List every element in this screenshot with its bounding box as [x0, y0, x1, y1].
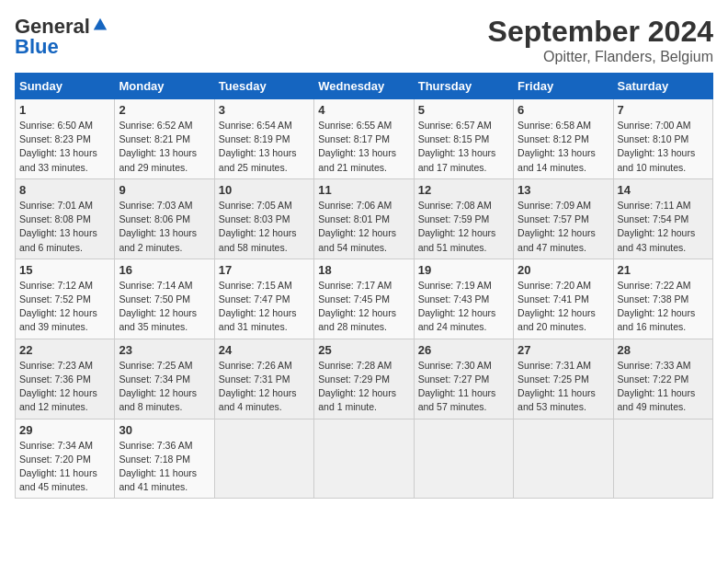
day-number: 9 [119, 183, 210, 197]
empty-cell [414, 419, 513, 499]
calendar-day-cell: 20Sunrise: 7:20 AMSunset: 7:41 PMDayligh… [514, 259, 613, 339]
calendar-day-cell: 22Sunrise: 7:23 AMSunset: 7:36 PMDayligh… [16, 339, 115, 419]
calendar-day-cell: 4Sunrise: 6:55 AMSunset: 8:17 PMDaylight… [314, 99, 414, 179]
calendar-subtitle: Opitter, Flanders, Belgium [488, 49, 713, 65]
day-info: Sunrise: 7:05 AMSunset: 8:03 PMDaylight:… [219, 199, 310, 255]
calendar-day-cell: 13Sunrise: 7:09 AMSunset: 7:57 PMDayligh… [514, 178, 613, 259]
day-number: 2 [119, 103, 210, 117]
calendar-day-cell: 28Sunrise: 7:33 AMSunset: 7:22 PMDayligh… [613, 339, 712, 419]
day-number: 22 [19, 343, 110, 357]
day-number: 16 [119, 263, 210, 277]
calendar-day-cell: 10Sunrise: 7:05 AMSunset: 8:03 PMDayligh… [214, 178, 313, 259]
day-info: Sunrise: 6:54 AMSunset: 8:19 PMDaylight:… [219, 119, 310, 175]
calendar-day-cell: 16Sunrise: 7:14 AMSunset: 7:50 PMDayligh… [115, 259, 214, 339]
calendar-day-cell: 24Sunrise: 7:26 AMSunset: 7:31 PMDayligh… [214, 339, 313, 419]
calendar-title: September 2024 [488, 15, 713, 49]
day-number: 28 [618, 343, 709, 357]
day-number: 20 [518, 263, 609, 277]
calendar-week-row: 22Sunrise: 7:23 AMSunset: 7:36 PMDayligh… [16, 339, 713, 419]
day-info: Sunrise: 7:33 AMSunset: 7:22 PMDaylight:… [618, 359, 709, 415]
day-info: Sunrise: 7:23 AMSunset: 7:36 PMDaylight:… [19, 359, 110, 415]
day-info: Sunrise: 7:30 AMSunset: 7:27 PMDaylight:… [418, 359, 509, 415]
calendar-day-cell: 14Sunrise: 7:11 AMSunset: 7:54 PMDayligh… [613, 178, 712, 259]
day-number: 4 [318, 103, 409, 117]
day-number: 11 [318, 183, 409, 197]
day-number: 19 [418, 263, 509, 277]
day-info: Sunrise: 7:28 AMSunset: 7:29 PMDaylight:… [318, 359, 409, 415]
day-info: Sunrise: 7:03 AMSunset: 8:06 PMDaylight:… [119, 199, 210, 255]
day-number: 6 [518, 103, 609, 117]
day-info: Sunrise: 6:52 AMSunset: 8:21 PMDaylight:… [119, 119, 210, 175]
day-number: 5 [418, 103, 509, 117]
day-number: 7 [618, 103, 709, 117]
day-number: 15 [19, 263, 110, 277]
calendar-day-cell: 27Sunrise: 7:31 AMSunset: 7:25 PMDayligh… [514, 339, 613, 419]
day-number: 21 [618, 263, 709, 277]
day-info: Sunrise: 7:15 AMSunset: 7:47 PMDaylight:… [219, 279, 310, 335]
logo-blue: Blue [15, 35, 59, 59]
day-number: 25 [318, 343, 409, 357]
day-info: Sunrise: 7:34 AMSunset: 7:20 PMDaylight:… [19, 439, 110, 495]
day-number: 18 [318, 263, 409, 277]
weekday-header: Monday [115, 74, 214, 99]
day-info: Sunrise: 7:00 AMSunset: 8:10 PMDaylight:… [618, 119, 709, 175]
calendar-day-cell: 5Sunrise: 6:57 AMSunset: 8:15 PMDaylight… [414, 99, 513, 179]
calendar-day-cell: 7Sunrise: 7:00 AMSunset: 8:10 PMDaylight… [613, 99, 712, 179]
day-number: 12 [418, 183, 509, 197]
calendar-table: SundayMondayTuesdayWednesdayThursdayFrid… [15, 73, 713, 499]
day-info: Sunrise: 7:12 AMSunset: 7:52 PMDaylight:… [19, 279, 110, 335]
calendar-week-row: 15Sunrise: 7:12 AMSunset: 7:52 PMDayligh… [16, 259, 713, 339]
weekday-header: Wednesday [314, 74, 414, 99]
weekday-header: Saturday [613, 74, 712, 99]
day-info: Sunrise: 7:20 AMSunset: 7:41 PMDaylight:… [518, 279, 609, 335]
weekday-header: Thursday [414, 74, 513, 99]
calendar-day-cell: 25Sunrise: 7:28 AMSunset: 7:29 PMDayligh… [314, 339, 414, 419]
day-info: Sunrise: 7:14 AMSunset: 7:50 PMDaylight:… [119, 279, 210, 335]
svg-marker-0 [94, 18, 107, 30]
page-header: General Blue September 2024 Opitter, Fla… [15, 15, 713, 65]
weekday-header: Sunday [16, 74, 115, 99]
day-info: Sunrise: 7:01 AMSunset: 8:08 PMDaylight:… [19, 199, 110, 255]
calendar-day-cell: 1Sunrise: 6:50 AMSunset: 8:23 PMDaylight… [16, 99, 115, 179]
calendar-day-cell: 18Sunrise: 7:17 AMSunset: 7:45 PMDayligh… [314, 259, 414, 339]
empty-cell [514, 419, 613, 499]
day-number: 24 [219, 343, 310, 357]
day-info: Sunrise: 7:19 AMSunset: 7:43 PMDaylight:… [418, 279, 509, 335]
calendar-day-cell: 3Sunrise: 6:54 AMSunset: 8:19 PMDaylight… [214, 99, 313, 179]
calendar-week-row: 29Sunrise: 7:34 AMSunset: 7:20 PMDayligh… [16, 419, 713, 499]
day-info: Sunrise: 7:26 AMSunset: 7:31 PMDaylight:… [219, 359, 310, 415]
day-info: Sunrise: 7:25 AMSunset: 7:34 PMDaylight:… [119, 359, 210, 415]
day-number: 13 [518, 183, 609, 197]
day-number: 1 [19, 103, 110, 117]
day-number: 14 [618, 183, 709, 197]
day-number: 17 [219, 263, 310, 277]
day-number: 26 [418, 343, 509, 357]
title-block: September 2024 Opitter, Flanders, Belgiu… [488, 15, 713, 65]
calendar-day-cell: 12Sunrise: 7:08 AMSunset: 7:59 PMDayligh… [414, 178, 513, 259]
day-info: Sunrise: 7:08 AMSunset: 7:59 PMDaylight:… [418, 199, 509, 255]
empty-cell [613, 419, 712, 499]
calendar-header-row: SundayMondayTuesdayWednesdayThursdayFrid… [16, 74, 713, 99]
calendar-day-cell: 21Sunrise: 7:22 AMSunset: 7:38 PMDayligh… [613, 259, 712, 339]
weekday-header: Friday [514, 74, 613, 99]
day-info: Sunrise: 6:58 AMSunset: 8:12 PMDaylight:… [518, 119, 609, 175]
calendar-week-row: 8Sunrise: 7:01 AMSunset: 8:08 PMDaylight… [16, 178, 713, 259]
calendar-day-cell: 29Sunrise: 7:34 AMSunset: 7:20 PMDayligh… [16, 419, 115, 499]
day-info: Sunrise: 7:17 AMSunset: 7:45 PMDaylight:… [318, 279, 409, 335]
day-number: 8 [19, 183, 110, 197]
calendar-day-cell: 23Sunrise: 7:25 AMSunset: 7:34 PMDayligh… [115, 339, 214, 419]
day-number: 23 [119, 343, 210, 357]
calendar-day-cell: 2Sunrise: 6:52 AMSunset: 8:21 PMDaylight… [115, 99, 214, 179]
day-info: Sunrise: 6:55 AMSunset: 8:17 PMDaylight:… [318, 119, 409, 175]
day-number: 3 [219, 103, 310, 117]
calendar-week-row: 1Sunrise: 6:50 AMSunset: 8:23 PMDaylight… [16, 99, 713, 179]
day-info: Sunrise: 7:31 AMSunset: 7:25 PMDaylight:… [518, 359, 609, 415]
logo-icon [92, 17, 108, 33]
day-info: Sunrise: 7:06 AMSunset: 8:01 PMDaylight:… [318, 199, 409, 255]
day-info: Sunrise: 7:36 AMSunset: 7:18 PMDaylight:… [119, 439, 210, 495]
calendar-day-cell: 19Sunrise: 7:19 AMSunset: 7:43 PMDayligh… [414, 259, 513, 339]
day-info: Sunrise: 7:11 AMSunset: 7:54 PMDaylight:… [618, 199, 709, 255]
day-info: Sunrise: 7:22 AMSunset: 7:38 PMDaylight:… [618, 279, 709, 335]
day-number: 10 [219, 183, 310, 197]
empty-cell [314, 419, 414, 499]
